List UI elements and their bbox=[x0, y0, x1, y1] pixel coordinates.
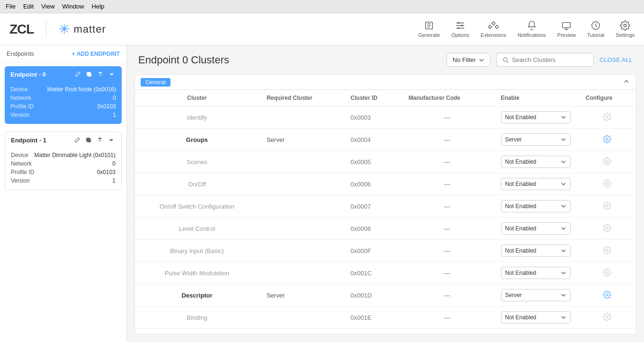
configure-icon-4 bbox=[603, 202, 611, 210]
endpoint-name-0: Endpoint - 0 bbox=[10, 71, 46, 78]
enable-value-1: Server bbox=[505, 136, 522, 143]
options-action[interactable]: Options bbox=[451, 20, 469, 38]
menu-help[interactable]: Help bbox=[92, 3, 105, 10]
ep-value-network-1: 0 bbox=[112, 160, 116, 167]
enable-select-6[interactable]: Not Enabled bbox=[501, 245, 571, 257]
menu-edit[interactable]: Edit bbox=[23, 3, 34, 10]
edit-endpoint-1-button[interactable] bbox=[73, 136, 81, 144]
options-label: Options bbox=[451, 32, 469, 38]
menu-view[interactable]: View bbox=[41, 3, 54, 10]
enable-select-3[interactable]: Not Enabled bbox=[501, 178, 571, 190]
cell-enable-0: Not Enabled bbox=[493, 106, 578, 129]
cluster-table: Cluster Required Cluster Cluster ID Manu… bbox=[135, 90, 636, 334]
ep-label-version-0: Version bbox=[10, 112, 29, 118]
configure-icon-6 bbox=[603, 246, 611, 254]
cell-required-6 bbox=[259, 240, 343, 262]
collapse-endpoint-1-button[interactable] bbox=[107, 136, 116, 144]
logo-text: matter bbox=[73, 23, 106, 35]
sidebar-header: Endpoints + ADD ENDPOINT bbox=[0, 45, 126, 62]
generate-action[interactable]: Generate bbox=[418, 20, 440, 38]
ep-row-version-1: Version 1 bbox=[11, 176, 116, 185]
collapse-endpoint-0-button[interactable] bbox=[107, 70, 116, 79]
svg-point-12 bbox=[606, 115, 608, 118]
configure-icon-7 bbox=[603, 268, 611, 277]
endpoint-header-0[interactable]: Endpoint - 0 bbox=[5, 66, 122, 82]
svg-point-13 bbox=[606, 138, 608, 140]
svg-rect-8 bbox=[87, 72, 90, 76]
main: Endpoints + ADD ENDPOINT Endpoint - 0 bbox=[0, 45, 644, 342]
configure-icon-8[interactable] bbox=[603, 290, 611, 299]
configure-icon-2 bbox=[603, 157, 611, 166]
svg-rect-4 bbox=[563, 23, 571, 28]
svg-rect-10 bbox=[87, 138, 90, 141]
cell-id-2: 0x0005 bbox=[343, 151, 401, 173]
menu-file[interactable]: File bbox=[6, 3, 16, 10]
settings-action[interactable]: Settings bbox=[616, 20, 635, 38]
notifications-action[interactable]: Notifications bbox=[518, 20, 546, 38]
endpoint-name-1: Endpoint - 1 bbox=[11, 137, 46, 144]
enable-value-8: Server bbox=[505, 292, 522, 298]
settings-label: Settings bbox=[616, 32, 635, 38]
svg-point-21 bbox=[606, 316, 608, 318]
content-header: Endpoint 0 Clusters No Filter CLOSE ALL bbox=[127, 45, 644, 74]
ep-row-version-0: Version 1 bbox=[10, 111, 116, 119]
cell-manufacturer-8: — bbox=[401, 284, 493, 307]
delete-endpoint-0-button[interactable] bbox=[96, 70, 105, 79]
enable-select-8[interactable]: Server bbox=[501, 289, 571, 301]
enable-select-1[interactable]: Server bbox=[501, 133, 571, 146]
enable-dropdown-icon-0 bbox=[561, 114, 566, 120]
ep-value-version-1: 1 bbox=[112, 177, 116, 184]
menu-window[interactable]: Window bbox=[62, 3, 84, 10]
cell-cluster-2: Scenes bbox=[135, 151, 259, 173]
filter-dropdown-icon bbox=[479, 57, 484, 63]
section-collapse-button[interactable] bbox=[623, 78, 630, 87]
preview-action[interactable]: Preview bbox=[557, 20, 576, 38]
table-row: Descriptor Server 0x001D — Server bbox=[135, 284, 636, 307]
enable-select-0[interactable]: Not Enabled bbox=[501, 111, 571, 123]
ep-value-network-0: 0 bbox=[113, 95, 116, 101]
endpoint-header-1[interactable]: Endpoint - 1 bbox=[5, 132, 121, 148]
endpoint-card-0: Endpoint - 0 bbox=[5, 66, 122, 124]
table-row: Pulse Width Modulation 0x001C — Not Enab… bbox=[135, 262, 636, 284]
cell-manufacturer-3: — bbox=[401, 173, 493, 195]
cell-manufacturer-1: — bbox=[401, 129, 493, 151]
enable-select-9[interactable]: Not Enabled bbox=[501, 311, 571, 324]
enable-value-2: Not Enabled bbox=[505, 158, 537, 165]
cluster-area: General Cluster Required Cluster Clust bbox=[127, 74, 644, 342]
svg-point-11 bbox=[503, 58, 507, 61]
svg-point-16 bbox=[606, 204, 608, 207]
copy-endpoint-0-button[interactable] bbox=[85, 70, 93, 79]
cell-manufacturer-5: — bbox=[401, 218, 493, 240]
content-area: Endpoint 0 Clusters No Filter CLOSE ALL bbox=[127, 45, 644, 342]
cell-enable-3: Not Enabled bbox=[493, 173, 578, 195]
filter-button[interactable]: No Filter bbox=[447, 53, 491, 67]
table-header-row: Cluster Required Cluster Cluster ID Manu… bbox=[135, 90, 636, 106]
ep-row-network-0: Network 0 bbox=[10, 94, 116, 102]
col-manufacturer: Manufacturer Code bbox=[401, 90, 493, 106]
cell-manufacturer-0: — bbox=[401, 106, 493, 129]
section-tag: General bbox=[141, 78, 170, 87]
cell-configure-9 bbox=[578, 307, 636, 329]
add-endpoint-button[interactable]: + ADD ENDPOINT bbox=[72, 51, 120, 57]
extensions-action[interactable]: Extensions bbox=[481, 20, 506, 38]
enable-select-4[interactable]: Not Enabled bbox=[501, 200, 571, 212]
enable-select-7[interactable]: Not Enabled bbox=[501, 267, 571, 279]
ep-label-profile-1: Profile ID bbox=[11, 169, 34, 175]
sidebar-title: Endpoints bbox=[7, 50, 34, 57]
cell-required-3 bbox=[259, 173, 343, 195]
configure-icon-1[interactable] bbox=[603, 135, 611, 143]
delete-endpoint-1-button[interactable] bbox=[96, 136, 104, 144]
cell-configure-0 bbox=[578, 106, 636, 129]
section-container: General Cluster Required Cluster Clust bbox=[134, 74, 636, 334]
cell-cluster-8: Descriptor bbox=[135, 284, 259, 307]
enable-select-2[interactable]: Not Enabled bbox=[501, 156, 571, 168]
svg-point-15 bbox=[606, 182, 608, 184]
search-input[interactable] bbox=[512, 56, 588, 63]
cell-configure-4 bbox=[578, 195, 636, 218]
enable-select-5[interactable]: Not Enabled bbox=[501, 222, 571, 235]
edit-endpoint-0-button[interactable] bbox=[73, 70, 82, 79]
tutorial-action[interactable]: Tutorial bbox=[587, 20, 604, 38]
section-header: General bbox=[135, 75, 636, 90]
close-all-button[interactable]: CLOSE ALL bbox=[599, 56, 633, 63]
copy-endpoint-1-button[interactable] bbox=[84, 136, 93, 144]
